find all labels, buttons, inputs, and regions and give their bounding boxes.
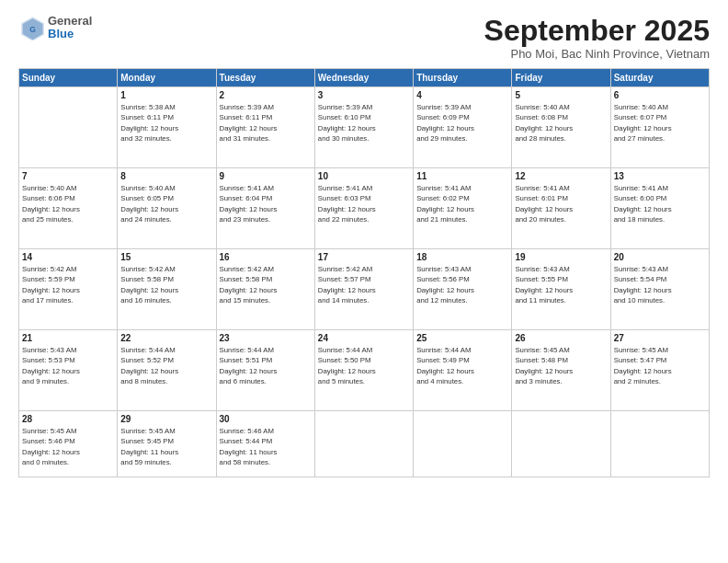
day-info-text: and 23 minutes. xyxy=(220,214,312,224)
day-info-text: Daylight: 11 hours xyxy=(220,447,312,457)
day-info-text: Sunset: 5:49 PM xyxy=(416,355,508,365)
day-info-text: Sunset: 5:55 PM xyxy=(515,274,607,284)
day-number: 28 xyxy=(22,414,114,424)
day-number: 20 xyxy=(614,252,706,262)
table-row: 8Sunrise: 5:40 AMSunset: 6:05 PMDaylight… xyxy=(118,168,216,249)
day-info-text: and 10 minutes. xyxy=(614,295,706,305)
day-info-text: Daylight: 12 hours xyxy=(614,366,706,376)
day-info-text: Daylight: 12 hours xyxy=(614,123,706,133)
col-friday: Friday xyxy=(512,69,610,87)
day-info-text: Daylight: 12 hours xyxy=(416,204,508,214)
day-info-text: Daylight: 12 hours xyxy=(416,366,508,376)
day-info-text: Sunset: 6:06 PM xyxy=(22,193,114,203)
day-info-text: Daylight: 12 hours xyxy=(120,366,212,376)
day-info-text: Sunrise: 5:42 AM xyxy=(22,264,114,274)
day-info-text: and 18 minutes. xyxy=(614,214,706,224)
calendar-week-row: 14Sunrise: 5:42 AMSunset: 5:59 PMDayligh… xyxy=(19,249,710,330)
day-info-text: and 31 minutes. xyxy=(220,133,312,144)
logo: G General Blue xyxy=(18,15,92,41)
day-info-text: Daylight: 12 hours xyxy=(120,285,212,295)
day-info-text: and 20 minutes. xyxy=(515,214,607,224)
table-row: 15Sunrise: 5:42 AMSunset: 5:58 PMDayligh… xyxy=(118,249,216,330)
table-row xyxy=(512,411,610,477)
day-info-text: and 3 minutes. xyxy=(515,376,607,386)
day-info-text: Sunrise: 5:45 AM xyxy=(515,345,607,355)
day-info-text: and 8 minutes. xyxy=(120,376,212,386)
day-number: 4 xyxy=(416,90,508,100)
day-info-text: and 28 minutes. xyxy=(515,133,607,144)
table-row: 23Sunrise: 5:44 AMSunset: 5:51 PMDayligh… xyxy=(216,330,314,411)
day-info-text: Sunrise: 5:39 AM xyxy=(416,102,508,112)
col-wednesday: Wednesday xyxy=(314,69,413,87)
day-info-text: and 24 minutes. xyxy=(120,214,212,224)
day-info-text: Sunset: 5:57 PM xyxy=(318,274,410,284)
logo-blue: Blue xyxy=(48,28,92,40)
day-info-text: Daylight: 12 hours xyxy=(220,204,312,214)
day-info-text: Daylight: 12 hours xyxy=(318,123,410,133)
table-row: 7Sunrise: 5:40 AMSunset: 6:06 PMDaylight… xyxy=(19,168,118,249)
day-info-text: Sunrise: 5:40 AM xyxy=(120,183,212,193)
logo-text: General Blue xyxy=(48,15,92,41)
logo-general: General xyxy=(48,15,92,28)
col-thursday: Thursday xyxy=(414,69,512,87)
day-info-text: Daylight: 12 hours xyxy=(120,204,212,214)
day-info-text: and 5 minutes. xyxy=(318,376,410,386)
calendar-week-row: 21Sunrise: 5:43 AMSunset: 5:53 PMDayligh… xyxy=(19,330,710,411)
day-info-text: and 58 minutes. xyxy=(220,457,312,467)
day-info-text: Sunset: 6:08 PM xyxy=(515,112,607,122)
day-info-text: Sunset: 5:46 PM xyxy=(22,436,114,446)
day-number: 1 xyxy=(120,90,212,100)
table-row: 2Sunrise: 5:39 AMSunset: 6:11 PMDaylight… xyxy=(216,87,314,168)
day-info-text: Sunrise: 5:45 AM xyxy=(614,345,706,355)
day-number: 3 xyxy=(318,90,410,100)
table-row: 20Sunrise: 5:43 AMSunset: 5:54 PMDayligh… xyxy=(610,249,709,330)
day-info-text: and 9 minutes. xyxy=(22,376,114,386)
day-info-text: and 12 minutes. xyxy=(416,295,508,305)
day-info-text: Sunset: 5:53 PM xyxy=(22,355,114,365)
day-info-text: Daylight: 12 hours xyxy=(220,366,312,376)
table-row: 5Sunrise: 5:40 AMSunset: 6:08 PMDaylight… xyxy=(512,87,610,168)
day-number: 19 xyxy=(515,252,607,262)
table-row xyxy=(610,411,709,477)
day-number: 13 xyxy=(614,171,706,181)
day-number: 6 xyxy=(614,90,706,100)
day-info-text: Daylight: 12 hours xyxy=(22,285,114,295)
day-info-text: Sunrise: 5:46 AM xyxy=(220,426,312,436)
day-info-text: Sunset: 5:54 PM xyxy=(614,274,706,284)
day-info-text: Daylight: 11 hours xyxy=(120,447,212,457)
table-row: 11Sunrise: 5:41 AMSunset: 6:02 PMDayligh… xyxy=(414,168,512,249)
day-info-text: Sunset: 5:58 PM xyxy=(120,274,212,284)
calendar-week-row: 1Sunrise: 5:38 AMSunset: 6:11 PMDaylight… xyxy=(19,87,710,168)
day-number: 26 xyxy=(515,333,607,343)
day-number: 25 xyxy=(416,333,508,343)
day-info-text: Sunrise: 5:43 AM xyxy=(22,345,114,355)
day-number: 21 xyxy=(22,333,114,343)
day-number: 18 xyxy=(416,252,508,262)
day-number: 17 xyxy=(318,252,410,262)
table-row: 3Sunrise: 5:39 AMSunset: 6:10 PMDaylight… xyxy=(314,87,413,168)
table-row: 12Sunrise: 5:41 AMSunset: 6:01 PMDayligh… xyxy=(512,168,610,249)
table-row: 21Sunrise: 5:43 AMSunset: 5:53 PMDayligh… xyxy=(19,330,118,411)
day-info-text: Sunrise: 5:44 AM xyxy=(120,345,212,355)
day-info-text: and 11 minutes. xyxy=(515,295,607,305)
day-number: 14 xyxy=(22,252,114,262)
day-info-text: Sunset: 6:07 PM xyxy=(614,112,706,122)
day-info-text: Sunrise: 5:41 AM xyxy=(515,183,607,193)
day-info-text: Sunset: 5:56 PM xyxy=(416,274,508,284)
col-sunday: Sunday xyxy=(19,69,118,87)
day-info-text: Sunset: 6:11 PM xyxy=(220,112,312,122)
day-info-text: Daylight: 12 hours xyxy=(318,285,410,295)
day-info-text: Daylight: 12 hours xyxy=(416,285,508,295)
day-number: 10 xyxy=(318,171,410,181)
table-row: 6Sunrise: 5:40 AMSunset: 6:07 PMDaylight… xyxy=(610,87,709,168)
table-row: 22Sunrise: 5:44 AMSunset: 5:52 PMDayligh… xyxy=(118,330,216,411)
table-row: 27Sunrise: 5:45 AMSunset: 5:47 PMDayligh… xyxy=(610,330,709,411)
day-info-text: Sunset: 6:05 PM xyxy=(120,193,212,203)
day-info-text: Sunrise: 5:42 AM xyxy=(318,264,410,274)
table-row: 4Sunrise: 5:39 AMSunset: 6:09 PMDaylight… xyxy=(414,87,512,168)
day-info-text: and 6 minutes. xyxy=(220,376,312,386)
day-info-text: Daylight: 12 hours xyxy=(318,366,410,376)
day-number: 5 xyxy=(515,90,607,100)
col-monday: Monday xyxy=(118,69,216,87)
table-row: 26Sunrise: 5:45 AMSunset: 5:48 PMDayligh… xyxy=(512,330,610,411)
